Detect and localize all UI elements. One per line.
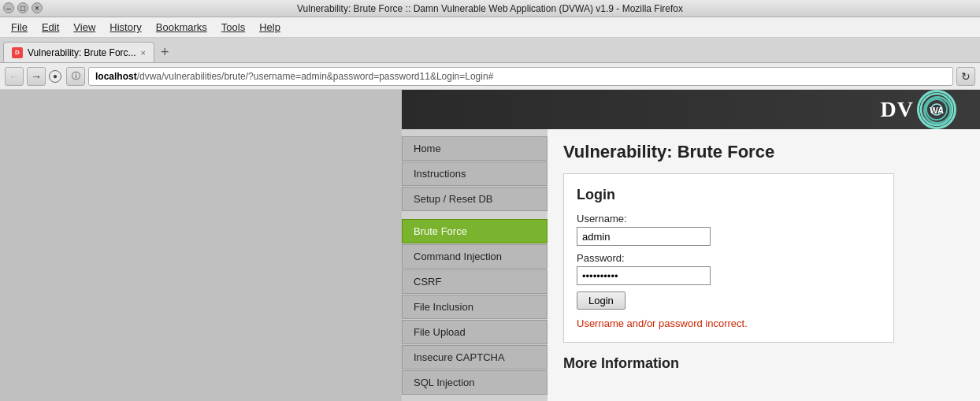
- nav-command-injection[interactable]: Command Injection: [402, 244, 548, 269]
- page-title: Vulnerability: Brute Force: [563, 142, 964, 162]
- dvwa-swirl-icon: WA: [917, 90, 956, 129]
- url-input[interactable]: localhost /dvwa/vulnerabilities/brute/?u…: [88, 67, 953, 86]
- menu-file[interactable]: File: [5, 20, 34, 35]
- browser-tab-active[interactable]: D Vulnerability: Brute Forc... ×: [3, 42, 154, 62]
- dvwa-swirl-svg: WA: [919, 92, 954, 127]
- url-host: localhost: [95, 71, 137, 82]
- svg-text:WA: WA: [930, 106, 944, 115]
- tab-favicon: D: [12, 47, 23, 58]
- back-button[interactable]: ←: [5, 67, 24, 86]
- profile-icon[interactable]: ●: [49, 70, 61, 83]
- svg-point-2: [931, 104, 942, 115]
- dvwa-area: DV WA Home Instructions Setup / Reset DB: [402, 90, 980, 401]
- menu-view[interactable]: View: [67, 20, 102, 35]
- menu-bookmarks[interactable]: Bookmarks: [150, 20, 213, 35]
- left-panel: [0, 90, 402, 401]
- reload-button[interactable]: ↻: [956, 67, 975, 86]
- tab-bar: D Vulnerability: Brute Forc... × +: [0, 38, 980, 63]
- menu-bar: File Edit View History Bookmarks Tools H…: [0, 17, 980, 38]
- nav-file-inclusion[interactable]: File Inclusion: [402, 295, 548, 319]
- dvwa-logo: DV WA: [881, 90, 956, 129]
- window-title-bar: – □ × Vulnerability: Brute Force :: Damn…: [0, 0, 980, 17]
- forward-button[interactable]: →: [27, 67, 46, 86]
- password-label: Password:: [577, 252, 881, 264]
- forward-icon: →: [31, 70, 42, 83]
- browser-content: DV WA Home Instructions Setup / Reset DB: [0, 90, 980, 401]
- nav-divider: [402, 212, 548, 218]
- window-title: Vulnerability: Brute Force :: Damn Vulne…: [297, 3, 683, 14]
- url-path: /dvwa/vulnerabilities/brute/?username=ad…: [137, 71, 494, 82]
- menu-history[interactable]: History: [103, 20, 147, 35]
- menu-tools[interactable]: Tools: [215, 20, 251, 35]
- nav-insecure-captcha[interactable]: Insecure CAPTCHA: [402, 345, 548, 369]
- error-message: Username and/or password incorrect.: [577, 317, 881, 329]
- new-tab-button[interactable]: +: [154, 42, 176, 62]
- dvwa-main: Vulnerability: Brute Force Login Usernam…: [548, 129, 980, 401]
- info-icon: ⓘ: [72, 70, 80, 82]
- tab-title: Vulnerability: Brute Forc...: [28, 47, 136, 58]
- menu-help[interactable]: Help: [253, 20, 287, 35]
- tab-close-button[interactable]: ×: [141, 48, 146, 58]
- dvwa-header: DV WA: [402, 90, 980, 129]
- dvwa-logo-text: DV: [881, 97, 914, 122]
- nav-instructions[interactable]: Instructions: [402, 162, 548, 186]
- nav-brute-force[interactable]: Brute Force: [402, 219, 548, 243]
- nav-home[interactable]: Home: [402, 136, 548, 161]
- nav-file-upload[interactable]: File Upload: [402, 320, 548, 344]
- address-bar: ← → ● ⓘ localhost /dvwa/vulnerabilities/…: [0, 63, 980, 90]
- login-box: Login Username: Password: Login Username…: [563, 173, 894, 343]
- back-icon: ←: [9, 70, 20, 83]
- nav-sql-injection[interactable]: SQL Injection: [402, 370, 548, 395]
- reload-icon: ↻: [961, 70, 971, 83]
- username-input[interactable]: [577, 227, 711, 246]
- dvwa-nav: Home Instructions Setup / Reset DB Brute…: [402, 129, 548, 401]
- login-title: Login: [577, 187, 881, 203]
- maximize-button[interactable]: □: [17, 2, 28, 13]
- username-label: Username:: [577, 213, 881, 225]
- close-button[interactable]: ×: [32, 2, 43, 13]
- nav-csrf[interactable]: CSRF: [402, 269, 548, 294]
- menu-edit[interactable]: Edit: [35, 20, 65, 35]
- svg-point-0: [921, 94, 952, 125]
- nav-setup[interactable]: Setup / Reset DB: [402, 187, 548, 211]
- minimize-button[interactable]: –: [3, 2, 14, 13]
- dvwa-body: Home Instructions Setup / Reset DB Brute…: [402, 129, 980, 401]
- svg-point-1: [926, 99, 947, 120]
- info-button[interactable]: ⓘ: [66, 67, 85, 86]
- login-button[interactable]: Login: [577, 291, 625, 310]
- more-info-title: More Information: [563, 355, 964, 372]
- window-controls[interactable]: – □ ×: [3, 2, 43, 13]
- password-input[interactable]: [577, 266, 711, 285]
